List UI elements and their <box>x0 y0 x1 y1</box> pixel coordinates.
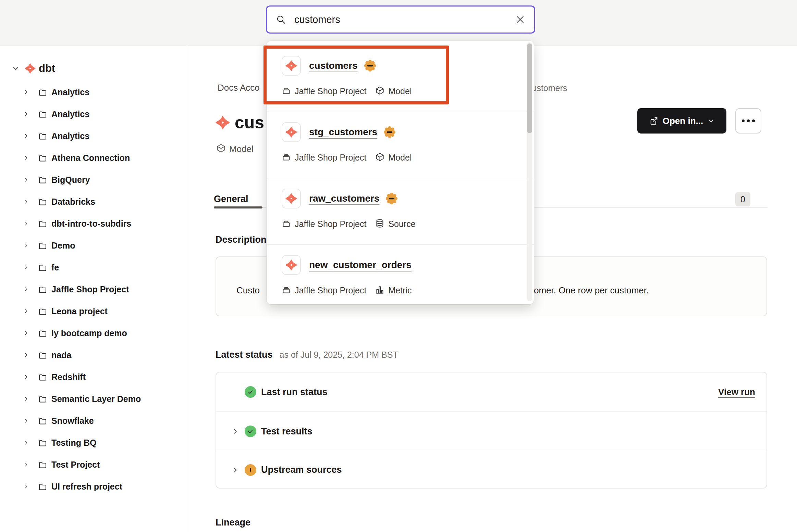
tab-count-badge: 0 <box>735 192 750 206</box>
sidebar-item-label: Analytics <box>51 87 89 97</box>
sidebar-item-test-project[interactable]: Test Project <box>0 454 187 476</box>
result-type-label: Model <box>388 86 412 96</box>
dbt-resource-icon <box>282 255 301 275</box>
breadcrumb: Docs Acco <box>218 83 260 93</box>
sidebar-item-leona-project[interactable]: Leona project <box>0 300 187 322</box>
result-name-link[interactable]: customers <box>309 60 358 71</box>
result-name-link[interactable]: stg_customers <box>309 127 377 138</box>
result-type-label: Source <box>388 219 415 229</box>
sidebar-item-nada[interactable]: nada <box>0 344 187 366</box>
sidebar-item-label: Testing BQ <box>51 438 96 448</box>
sidebar-item-label: Test Project <box>51 460 100 470</box>
sidebar-item-label: Semantic Layer Demo <box>51 394 141 404</box>
status-card: Last run statusView runTest resultsUpstr… <box>216 372 767 489</box>
chevron-right-icon[interactable] <box>23 154 29 161</box>
sidebar-item-label: Redshift <box>51 372 86 382</box>
clear-icon[interactable] <box>515 14 525 25</box>
chevron-right-icon[interactable] <box>23 483 29 490</box>
chevron-right-icon[interactable] <box>23 176 29 183</box>
chevron-right-icon[interactable] <box>23 439 29 446</box>
chevron-right-icon[interactable] <box>23 461 29 468</box>
dropdown-scrollbar[interactable] <box>527 43 532 133</box>
sidebar-item-analytics[interactable]: Analytics <box>0 81 187 103</box>
chevron-right-icon[interactable] <box>232 428 239 435</box>
chevron-right-icon[interactable] <box>23 395 29 402</box>
sidebar-item-ui-refresh-project[interactable]: UI refresh project <box>0 476 187 497</box>
tab-general[interactable]: General <box>214 190 248 207</box>
sidebar-item-athena-connection[interactable]: Athena Connection <box>0 147 187 169</box>
chevron-down-icon[interactable] <box>12 64 20 73</box>
folder-icon <box>38 88 47 97</box>
status-row-test-results[interactable]: Test results <box>216 411 767 451</box>
sidebar-project-list: AnalyticsAnalyticsAnalyticsAthena Connec… <box>0 81 187 497</box>
folder-icon <box>38 482 47 491</box>
search-input[interactable] <box>294 14 515 26</box>
sidebar-item-label: Athena Connection <box>51 153 130 163</box>
sidebar-item-semantic-layer-demo[interactable]: Semantic Layer Demo <box>0 388 187 410</box>
chevron-right-icon[interactable] <box>232 466 239 474</box>
sidebar-item-analytics[interactable]: Analytics <box>0 103 187 125</box>
chevron-right-icon[interactable] <box>23 89 29 96</box>
dbt-explorer-page: dbt AnalyticsAnalyticsAnalyticsAthena Co… <box>0 0 797 532</box>
page-title: cus <box>235 113 264 132</box>
sidebar-item-label: Analytics <box>51 131 89 141</box>
project-icon <box>282 86 291 97</box>
status-row-upstream-sources[interactable]: Upstream sources <box>216 451 767 489</box>
more-actions-button[interactable] <box>735 108 761 134</box>
search-result-item[interactable]: customersJaffle Shop ProjectModel <box>267 46 534 112</box>
search-result-item[interactable]: stg_customersJaffle Shop ProjectModel <box>267 112 534 178</box>
folder-icon <box>38 329 47 338</box>
sidebar-item-databricks[interactable]: Databricks <box>0 191 187 213</box>
chevron-right-icon[interactable] <box>23 132 29 139</box>
chevron-right-icon[interactable] <box>23 220 29 227</box>
sidebar-item-snowflake[interactable]: Snowflake <box>0 410 187 432</box>
sidebar-item-demo[interactable]: Demo <box>0 235 187 256</box>
folder-icon <box>38 198 47 206</box>
sidebar-item-redshift[interactable]: Redshift <box>0 366 187 388</box>
chevron-right-icon[interactable] <box>23 242 29 249</box>
sidebar-item-testing-bq[interactable]: Testing BQ <box>0 432 187 454</box>
view-run-link[interactable]: View run <box>718 387 755 397</box>
chevron-right-icon[interactable] <box>23 308 29 315</box>
chevron-right-icon[interactable] <box>23 330 29 337</box>
status-row-label: Test results <box>261 426 312 437</box>
sidebar-item-label: Jaffle Shop Project <box>51 284 129 294</box>
chevron-right-icon[interactable] <box>23 264 29 271</box>
chevron-right-icon[interactable] <box>23 373 29 380</box>
project-icon <box>282 285 291 296</box>
chevron-right-icon[interactable] <box>23 111 29 117</box>
chevron-right-icon[interactable] <box>23 198 29 205</box>
sidebar-item-analytics[interactable]: Analytics <box>0 125 187 147</box>
description-text: Custo <box>236 285 260 296</box>
folder-icon <box>38 395 47 403</box>
sidebar-item-label: dbt-intro-to-subdirs <box>51 219 131 229</box>
latest-status-heading: Latest status <box>216 350 273 360</box>
search-result-item[interactable]: new_customer_ordersJaffle Shop ProjectMe… <box>267 244 534 311</box>
sidebar-item-fe[interactable]: fe <box>0 256 187 278</box>
chevron-right-icon[interactable] <box>23 286 29 293</box>
status-row-last-run-status: Last run statusView run <box>216 372 767 411</box>
sidebar-item-label: UI refresh project <box>51 482 122 492</box>
resource-type-label: Model <box>229 144 254 154</box>
global-search-bar <box>266 5 535 34</box>
search-icon <box>276 14 286 25</box>
folder-icon <box>38 219 47 228</box>
metric-chart-icon <box>375 285 384 296</box>
result-name-link[interactable]: new_customer_orders <box>309 259 412 270</box>
folder-icon <box>38 263 47 272</box>
sidebar-item-bigquery[interactable]: BigQuery <box>0 169 187 191</box>
open-in-button[interactable]: Open in... <box>637 108 726 134</box>
sidebar-item-dbt-intro-to-subdirs[interactable]: dbt-intro-to-subdirs <box>0 213 187 235</box>
chevron-right-icon[interactable] <box>23 352 29 358</box>
sidebar-item-ly-bootcamp-demo[interactable]: ly bootcamp demo <box>0 322 187 344</box>
sidebar-root-dbt[interactable]: dbt <box>0 60 55 77</box>
sidebar-item-jaffle-shop-project[interactable]: Jaffle Shop Project <box>0 278 187 300</box>
folder-icon <box>38 439 47 447</box>
chevron-right-icon[interactable] <box>23 417 29 424</box>
result-type-label: Model <box>388 153 412 163</box>
folder-icon <box>38 132 47 140</box>
result-project-label: Jaffle Shop Project <box>295 153 366 163</box>
sidebar-item-label: Snowflake <box>51 416 94 426</box>
result-name-link[interactable]: raw_customers <box>309 193 379 204</box>
search-result-item[interactable]: raw_customersJaffle Shop ProjectSource <box>267 178 534 244</box>
